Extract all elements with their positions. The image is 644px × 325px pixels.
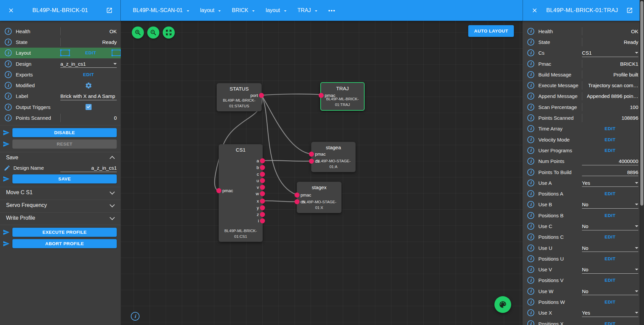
design-name-field[interactable]: a_z_in_cs1 (60, 163, 117, 173)
info-icon[interactable]: i (527, 233, 534, 240)
breadcrumb-item-layout[interactable]: layout (266, 7, 288, 14)
block-cs1[interactable]: CS1pmacabcuvwxyziBL49P-ML-BRICK-01:CS1 (219, 144, 263, 242)
reset-button[interactable]: RESET (12, 140, 117, 149)
info-icon[interactable]: i (527, 158, 534, 165)
text-field[interactable]: Brick with X and A Samp (60, 91, 117, 102)
edit-button[interactable]: EDIT (605, 148, 616, 153)
zoom-in-icon[interactable] (132, 26, 144, 39)
info-icon[interactable]: i (5, 93, 12, 100)
breadcrumb-item-brick[interactable]: BRICK (232, 7, 256, 14)
abort-profile-button[interactable]: ABORT PROFILE (12, 239, 117, 248)
port-dot[interactable] (260, 178, 265, 183)
info-icon[interactable]: i (527, 71, 534, 78)
port-dot[interactable] (294, 193, 300, 198)
zoom-out-icon[interactable] (147, 26, 159, 39)
save-button[interactable]: SAVE (12, 174, 117, 183)
edit-button[interactable]: EDIT (605, 300, 616, 305)
port-dot[interactable] (260, 165, 265, 170)
info-icon[interactable]: i (5, 71, 12, 78)
info-icon[interactable]: i (527, 39, 534, 46)
info-icon[interactable]: i (131, 312, 140, 321)
block-traj[interactable]: TRAJpmacBL49P-ML-BRICK-01:TRAJ (320, 82, 365, 111)
info-icon[interactable]: i (527, 266, 534, 273)
info-icon[interactable]: i (527, 288, 534, 295)
close-icon[interactable] (530, 6, 539, 15)
port-dot[interactable] (260, 185, 265, 190)
info-icon[interactable]: i (527, 299, 534, 306)
port-dot[interactable] (260, 212, 265, 217)
info-icon[interactable]: i (527, 49, 534, 56)
info-icon[interactable]: i (527, 212, 534, 219)
info-icon[interactable]: i (527, 277, 534, 284)
info-icon[interactable]: i (527, 309, 534, 316)
dropdown-select[interactable]: a_z_in_cs1 (60, 58, 117, 69)
info-icon[interactable]: i (527, 147, 534, 154)
info-icon[interactable]: i (527, 60, 534, 67)
execute-profile-button[interactable]: EXECUTE PROFILE (12, 228, 117, 237)
info-icon[interactable]: i (527, 190, 534, 197)
dropdown-select[interactable]: CS1 (582, 48, 638, 58)
breadcrumb-item-traj[interactable]: TRAJ (298, 7, 319, 14)
breadcrumb-item-bl49p-ml-scan-01[interactable]: BL49P-ML-SCAN-01 (133, 7, 191, 14)
info-icon[interactable]: i (527, 93, 534, 100)
edit-button[interactable]: EDIT (605, 278, 616, 283)
section-header[interactable]: Write Profile (0, 213, 121, 223)
section-header[interactable]: Move C S1 (0, 188, 121, 198)
more-menu-button[interactable]: ••• (328, 8, 336, 13)
port-dot[interactable] (260, 191, 265, 196)
port-dot[interactable] (260, 205, 265, 210)
palette-fab[interactable] (494, 296, 511, 313)
dropdown-select[interactable]: Yes (582, 177, 638, 188)
text-field[interactable]: 8896 (582, 167, 638, 177)
open-in-new-icon[interactable] (625, 6, 634, 15)
port-dot[interactable] (260, 218, 265, 223)
section-header[interactable]: Servo Frequency (0, 201, 121, 210)
block-stagea[interactable]: stageapmaccsBL49P-MO-STAGE-01:A (311, 142, 356, 172)
info-icon[interactable]: i (5, 114, 12, 121)
info-icon[interactable]: i (527, 28, 534, 35)
port-dot[interactable] (259, 93, 264, 98)
disable-button[interactable]: DISABLE (12, 128, 117, 137)
port-dot[interactable] (260, 158, 265, 163)
edit-button[interactable]: EDIT (605, 234, 616, 239)
edit-button[interactable]: EDIT (605, 321, 616, 325)
info-icon[interactable]: i (527, 169, 534, 176)
scrollbar-thumb[interactable] (640, 1, 643, 206)
edit-button[interactable]: EDIT (85, 50, 96, 55)
checkbox[interactable] (86, 104, 92, 110)
breadcrumb-item-layout[interactable]: layout (200, 7, 223, 14)
block-stagex[interactable]: stagexpmaccsBL49P-MO-STAGE-01:X (297, 182, 341, 213)
dropdown-select[interactable]: No (582, 199, 638, 210)
port-dot[interactable] (260, 172, 265, 177)
info-icon[interactable]: i (527, 82, 534, 89)
zoom-fit-icon[interactable] (163, 26, 175, 39)
edit-button[interactable]: EDIT (605, 126, 616, 131)
info-icon[interactable]: i (527, 104, 534, 111)
open-in-new-icon[interactable] (105, 6, 114, 15)
close-icon[interactable] (7, 6, 15, 15)
text-field[interactable]: 4000000 (582, 156, 638, 167)
info-icon[interactable]: i (527, 179, 534, 186)
info-icon[interactable]: i (527, 223, 534, 230)
info-icon[interactable]: i (5, 39, 12, 46)
layout-canvas[interactable]: STATUSportBL49P-ML-BRICK-01:STATUSTRAJpm… (121, 21, 523, 325)
info-icon[interactable]: i (527, 136, 534, 143)
info-icon[interactable]: i (527, 125, 534, 132)
edit-button[interactable]: EDIT (605, 213, 616, 218)
info-icon[interactable]: i (527, 114, 534, 121)
info-icon[interactable]: i (527, 255, 534, 262)
info-icon[interactable]: i (5, 49, 12, 56)
block-status[interactable]: STATUSportBL49P-ML-BRICK-01:STATUS (217, 83, 262, 111)
edit-button[interactable]: EDIT (83, 72, 94, 77)
info-icon[interactable]: i (5, 60, 12, 67)
info-icon[interactable]: i (527, 245, 534, 252)
info-icon[interactable]: i (5, 28, 12, 35)
dropdown-select[interactable]: No (582, 242, 638, 253)
info-icon[interactable]: i (5, 104, 12, 111)
edit-button[interactable]: EDIT (605, 256, 616, 261)
edit-button[interactable]: EDIT (605, 137, 616, 142)
dropdown-select[interactable]: No (582, 221, 638, 231)
dropdown-select[interactable]: No (582, 264, 638, 275)
edit-button[interactable]: EDIT (605, 191, 616, 196)
port-dot[interactable] (309, 152, 314, 157)
